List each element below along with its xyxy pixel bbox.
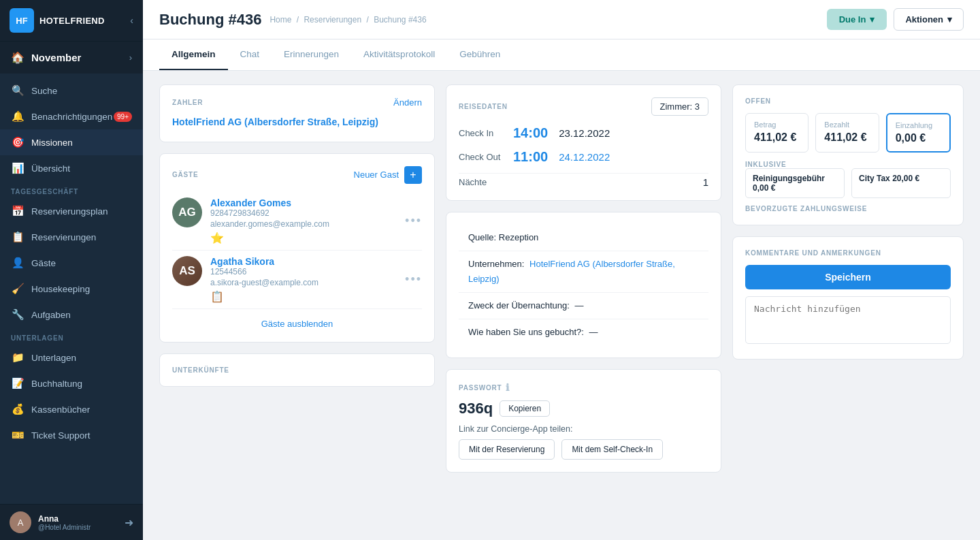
month-label: November bbox=[31, 52, 81, 63]
tab-allgemein[interactable]: Allgemein bbox=[159, 39, 228, 70]
zahler-card: ZAHLER Ändern HotelFriend AG (Albersdorf… bbox=[159, 84, 435, 142]
sidebar-item-reservierungen[interactable]: 📋 Reservierungen bbox=[0, 224, 143, 250]
top-header: Buchung #436 Home / Reservierungen / Buc… bbox=[143, 0, 980, 39]
sidebar-item-buchhaltung[interactable]: 📝 Buchhaltung bbox=[0, 370, 143, 396]
citytax-label: City Tax bbox=[859, 174, 890, 183]
sidebar-item-benachrichtigungen[interactable]: 🔔 Benachrichtigungen 99+ bbox=[0, 104, 143, 129]
chevron-down-icon: ▾ bbox=[947, 14, 952, 25]
user-role: @Hotel Administr bbox=[38, 524, 91, 531]
guest-phone: 12544566 bbox=[210, 267, 399, 276]
sidebar-nav: 🔍 Suche 🔔 Benachrichtigungen 99+ 🎯 Missi… bbox=[0, 74, 143, 504]
passwort-label: PASSWORT bbox=[459, 384, 502, 392]
sidebar-label-unterlagen: Unterlagen bbox=[31, 353, 76, 363]
housekeeping-icon: 🧹 bbox=[11, 283, 24, 295]
guest-name: Agatha Sikora bbox=[210, 256, 399, 267]
sidebar-logo: HF HOTELFRIEND ‹ bbox=[0, 0, 143, 42]
sidebar-month[interactable]: 🏠 November › bbox=[0, 42, 143, 74]
gaeste-ausblenden-button[interactable]: Gäste ausblenden bbox=[261, 319, 333, 329]
left-column: ZAHLER Ändern HotelFriend AG (Albersdorf… bbox=[159, 84, 435, 473]
nav-section-unterlagen: UNTERLAGEN bbox=[0, 328, 143, 345]
tab-chat[interactable]: Chat bbox=[228, 39, 272, 70]
info-card: Quelle: Rezeption Unternehmen: HotelFrie… bbox=[446, 212, 721, 358]
due-in-button[interactable]: Due In ▾ bbox=[827, 9, 887, 30]
sidebar-item-ticket-support[interactable]: 🎫 Ticket Support bbox=[0, 422, 143, 448]
sidebar-item-kassenbuecher[interactable]: 💰 Kassenbücher bbox=[0, 396, 143, 422]
unterkunfte-label: UNTERKÜNFTE bbox=[172, 366, 422, 374]
nav-section-tagesgeschaft: TAGESGESCHÄFT bbox=[0, 181, 143, 198]
calendar-icon: 📅 bbox=[11, 205, 24, 217]
breadcrumb-home: Home bbox=[270, 15, 291, 25]
folder-icon: 📁 bbox=[11, 351, 24, 364]
more-options-icon[interactable]: ••• bbox=[405, 214, 422, 228]
tasks-icon: 🔧 bbox=[11, 308, 24, 321]
guest-name: Alexander Gomes bbox=[210, 197, 399, 208]
speichern-button[interactable]: Speichern bbox=[745, 265, 951, 289]
share-self-checkin-button[interactable]: Mit dem Self-Check-In bbox=[561, 439, 663, 460]
passwort-value: 936q bbox=[459, 400, 493, 417]
zimmer-button[interactable]: Zimmer: 3 bbox=[651, 97, 709, 116]
betrag-box: Betrag 411,02 € bbox=[745, 113, 808, 153]
chevron-down-icon: ▾ bbox=[870, 14, 875, 25]
aktionen-button[interactable]: Aktionen ▾ bbox=[894, 8, 964, 31]
info-icon[interactable]: ℹ bbox=[506, 382, 510, 393]
sidebar-item-unterlagen[interactable]: 📁 Unterlagen bbox=[0, 345, 143, 370]
checkin-date: 23.12.2022 bbox=[559, 127, 610, 139]
zahler-label: ZAHLER bbox=[172, 99, 203, 106]
link-label: Link zur Concierge-App teilen: bbox=[459, 424, 708, 434]
kopieren-button[interactable]: Kopieren bbox=[500, 400, 550, 417]
reisedaten-label: REISEDATEN bbox=[459, 103, 508, 110]
passwort-card: PASSWORT ℹ 936q Kopieren Link zur Concie… bbox=[446, 369, 721, 473]
tab-gebuhren[interactable]: Gebühren bbox=[447, 39, 512, 70]
citytax-box: City Tax 20,00 € bbox=[851, 168, 951, 198]
share-reservierung-button[interactable]: Mit der Reservierung bbox=[459, 439, 555, 460]
sidebar-item-housekeeping[interactable]: 🧹 Housekeeping bbox=[0, 276, 143, 302]
tab-aktivitatsprotokoll[interactable]: Aktivitätsprotokoll bbox=[351, 39, 447, 70]
guest-badge: 📋 bbox=[210, 290, 399, 303]
sidebar-item-gaste[interactable]: 👤 Gäste bbox=[0, 250, 143, 276]
tab-erinnerungen[interactable]: Erinnerungen bbox=[272, 39, 351, 70]
sidebar-item-suche[interactable]: 🔍 Suche bbox=[0, 78, 143, 104]
search-icon: 🔍 bbox=[11, 84, 24, 97]
logout-icon[interactable]: ➜ bbox=[125, 516, 133, 529]
content-area: ZAHLER Ändern HotelFriend AG (Albersdorf… bbox=[143, 71, 980, 540]
einzahlung-title: Einzahlung bbox=[896, 121, 941, 129]
kommentar-card: KOMMENTARE UND ANMERKUNGEN Speichern bbox=[732, 236, 964, 360]
home-icon: 🏠 bbox=[11, 51, 24, 64]
andern-button[interactable]: Ändern bbox=[393, 97, 422, 108]
add-guest-button[interactable]: + bbox=[404, 166, 422, 184]
guest-phone: 9284729834692 bbox=[210, 208, 399, 218]
cashbook-icon: 💰 bbox=[11, 403, 24, 415]
sidebar-item-reservierungsplan[interactable]: 📅 Reservierungsplan bbox=[0, 198, 143, 224]
reinigung-box: Reinigungsgebühr 0,00 € bbox=[745, 168, 845, 198]
ticket-icon: 🎫 bbox=[11, 429, 24, 441]
checkout-date: 24.12.2022 bbox=[559, 151, 610, 163]
unternehmen-prefix: Unternehmen: bbox=[468, 259, 524, 269]
sidebar-item-ubersicht[interactable]: 📊 Übersicht bbox=[0, 155, 143, 181]
breadcrumb: Home / Reservierungen / Buchung #436 bbox=[270, 15, 426, 25]
sidebar-label-benachrichtigungen: Benachrichtigungen bbox=[31, 112, 112, 122]
sidebar-item-aufgaben[interactable]: 🔧 Aufgaben bbox=[0, 302, 143, 328]
neuer-gast-button[interactable]: Neuer Gast bbox=[354, 170, 399, 180]
offen-card: OFFEN Betrag 411,02 € Bezahlt 411,02 € E… bbox=[732, 84, 964, 225]
sidebar-collapse-icon[interactable]: ‹ bbox=[130, 15, 133, 26]
gaeste-label: GÄSTE bbox=[172, 171, 198, 178]
list-item: AS Agatha Sikora 12544566 a.sikora-guest… bbox=[172, 251, 422, 309]
buchung-value: — bbox=[589, 327, 598, 337]
more-options-icon[interactable]: ••• bbox=[405, 272, 422, 287]
sidebar-label-missionen: Missionen bbox=[31, 138, 73, 148]
inklusive-label: Inklusive bbox=[745, 161, 951, 168]
kommentar-label: KOMMENTARE UND ANMERKUNGEN bbox=[745, 249, 951, 257]
bezahlt-value: 411,02 € bbox=[824, 131, 870, 144]
bevorzugt-label: BEVORZUGTE ZAHLUNGSWEISE bbox=[745, 205, 951, 212]
bezahlt-box: Bezahlt 411,02 € bbox=[815, 113, 879, 153]
sidebar-label-buchhaltung: Buchhaltung bbox=[31, 379, 82, 389]
avatar: AG bbox=[172, 197, 202, 227]
sidebar-label-gaste: Gäste bbox=[31, 258, 56, 268]
sidebar-label-kassenbuecher: Kassenbücher bbox=[31, 404, 90, 415]
reinigung-label: Reinigungsgebühr bbox=[753, 174, 825, 183]
sidebar-label-suche: Suche bbox=[31, 86, 57, 96]
sidebar-item-missionen[interactable]: 🎯 Missionen bbox=[0, 129, 143, 155]
kommentar-input[interactable] bbox=[745, 296, 951, 344]
middle-column: REISEDATEN Zimmer: 3 Check In 14:00 23.1… bbox=[446, 84, 721, 473]
guest-badge: ⭐ bbox=[210, 232, 399, 244]
